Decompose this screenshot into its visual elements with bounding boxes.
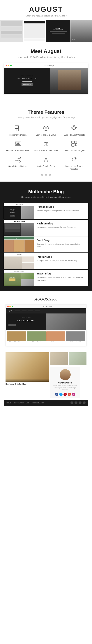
feature-social-label: Social Share Buttons xyxy=(8,165,27,168)
niche-interior-desc: A elegant theme to start your home and i… xyxy=(37,259,85,262)
niche-fashion-desc: Fully customizable and ready for your fa… xyxy=(37,226,85,229)
feature-customizer: Built-in Theme Customizer xyxy=(34,140,58,152)
svg-point-13 xyxy=(73,125,75,127)
personal-blog-header: AUGUSTblog xyxy=(4,203,34,206)
mockup-header: AUGUSTblog xyxy=(4,64,88,68)
custom-widgets-icon xyxy=(70,140,78,148)
footer-posts-row: A Review of Dinner This Summer A Time fo… xyxy=(6,330,86,346)
dot-green-2 xyxy=(12,306,13,307)
fashion-body xyxy=(4,223,34,236)
dot-red xyxy=(6,65,7,66)
page-title: AUGUST xyxy=(4,6,88,13)
interior-header: i Designs xyxy=(4,253,34,256)
mockup-hero-image xyxy=(50,68,88,94)
fashion-right-panel xyxy=(21,223,34,236)
profile-card: Cynthia Wood Lorem ipsum dolor sit amet … xyxy=(51,367,80,398)
wide-mockup: AUGUSTblog FASHION WEEK Bali Fashion Wee… xyxy=(4,63,88,94)
customizer-icon xyxy=(42,140,50,148)
niche-food-title: Food Blog xyxy=(37,239,85,242)
svg-point-23 xyxy=(46,143,47,144)
post-img-2 xyxy=(27,332,46,341)
footer-link-photography[interactable]: PHOTOGRAPHY xyxy=(31,402,44,404)
mockup-body: FASHION WEEK Bali Fashion Week 2017 READ… xyxy=(4,68,88,94)
svg-line-36 xyxy=(44,158,46,162)
footer-post-2: A Time for Myself xyxy=(27,332,46,344)
social-twitter[interactable]: t xyxy=(59,393,63,396)
niche-fashion-preview: FASHIONLOVE xyxy=(4,220,34,236)
food-large-image xyxy=(6,352,49,382)
footer-social-3[interactable]: p xyxy=(79,402,81,404)
social-pinterest[interactable]: p xyxy=(64,393,67,396)
svg-line-37 xyxy=(46,158,48,162)
personal-blog-body: TRAVEL Bali FashionWeek 2017 READ xyxy=(4,206,34,219)
footer-nav-links: HOME NAVIGATION LIFE PHOTOGRAPHY xyxy=(7,402,44,404)
svg-point-31 xyxy=(15,159,17,160)
feature-install-label: Easy to Install & Setup xyxy=(36,134,56,136)
fonts-icon xyxy=(42,156,50,164)
food-post-column: Blueberry Chia Pudding xyxy=(6,352,49,398)
travel-header: TRAVEL & AUGUST xyxy=(4,270,34,272)
food-small-images xyxy=(51,352,86,365)
nav-mock-4 xyxy=(35,310,40,311)
features-subtitle: An easy to use theme with right and usef… xyxy=(4,116,88,119)
social-icons-row: f t p g i xyxy=(52,393,78,396)
footer-post-3: DIY Citrus Lemonade xyxy=(46,332,65,344)
fashion-logo: FASHIONLOVE xyxy=(13,220,26,222)
post-img-4 xyxy=(66,332,85,341)
footer-social-2[interactable]: t xyxy=(74,402,77,404)
bottom-post-images: Blueberry Chia Pudding Cynthia Wood Lore… xyxy=(4,350,88,400)
interior-body xyxy=(4,256,34,269)
niche-food-info: Food Blog Start your food blog in minute… xyxy=(34,236,88,252)
footer-link-home[interactable]: HOME xyxy=(7,402,11,404)
food-img-1 xyxy=(5,240,14,252)
wide-mockup-wrapper: AUGUSTblog FASHION WEEK Bali Fashion Wee… xyxy=(0,63,92,102)
niche-travel-desc: Fully customizable theme to start your t… xyxy=(37,276,85,282)
profile-name: Cynthia Wood xyxy=(52,382,78,384)
niche-list: AUGUSTblog TRAVEL Bali FashionWeek 2017 … xyxy=(4,203,88,286)
niche-interior: i Designs Interior Blog A elegant xyxy=(4,253,88,269)
niche-travel-preview: TRAVEL & AUGUST EXPLORE DISCOVER xyxy=(4,270,34,286)
social-instagram[interactable]: i xyxy=(72,393,75,396)
footer-link-life[interactable]: LIFE xyxy=(26,402,29,404)
header-subtitle: Clean and Modern Multiniche Blog Theme xyxy=(4,14,88,17)
footer-social-1[interactable]: f xyxy=(70,402,73,404)
footer-mockup-nav: August xyxy=(6,308,86,314)
install-icon xyxy=(42,124,50,132)
dot-yellow-2 xyxy=(9,306,11,307)
dot-yellow xyxy=(8,65,9,66)
footer-link-nav[interactable]: NAVIGATION xyxy=(14,402,24,404)
food-body: Banana Bread xyxy=(4,240,34,252)
small-food-2 xyxy=(69,352,86,365)
svg-line-34 xyxy=(17,158,19,159)
post-label-1: A Review of Dinner This Summer xyxy=(7,341,26,344)
svg-point-5 xyxy=(45,128,47,129)
svg-point-33 xyxy=(19,160,21,162)
hero-text: FASHION WEEK Bali Fashion Week 2017 READ… xyxy=(6,314,46,329)
travel-body: EXPLORE DISCOVER xyxy=(4,272,34,286)
footer-post-4: Bali Fashion Week 2017 xyxy=(66,332,85,344)
niche-personal-preview: AUGUSTblog TRAVEL Bali FashionWeek 2017 … xyxy=(4,203,34,219)
hero-heading: Bali Fashion Week 2017 xyxy=(9,320,43,322)
social-google[interactable]: g xyxy=(68,393,71,396)
meet-section: Meet August A handcrafted WordPress blog… xyxy=(0,42,92,102)
niche-travel-info: Travel Blog Fully customizable theme to … xyxy=(34,270,88,286)
meet-title: Meet August xyxy=(6,48,86,54)
feature-fonts-label: 600+ Google Fonts xyxy=(37,165,55,168)
svg-rect-2 xyxy=(19,127,21,129)
footer-social-4[interactable]: g xyxy=(83,402,85,404)
svg-point-32 xyxy=(19,157,21,159)
travel-left-panel: EXPLORE DISCOVER xyxy=(4,272,21,286)
feature-custom-widgets-label: Useful Custom Widgets xyxy=(64,149,85,152)
feature-customizer-label: Built-in Theme Customizer xyxy=(34,149,58,152)
niche-personal-title: Personal Blog xyxy=(37,206,85,208)
social-icon xyxy=(14,156,22,164)
dot-3 xyxy=(49,174,51,176)
mockup-heading: Bali Fashion Week 2017 xyxy=(17,78,37,80)
social-facebook[interactable]: f xyxy=(55,393,58,396)
svg-point-21 xyxy=(44,142,45,143)
footer-mockup-header: AUGUSTblog xyxy=(6,304,86,308)
svg-line-40 xyxy=(72,158,75,159)
feature-responsive-label: Responsive Design xyxy=(9,134,26,136)
post-label-4: Bali Fashion Week 2017 xyxy=(66,341,85,344)
interior-bot-panel xyxy=(22,263,34,269)
